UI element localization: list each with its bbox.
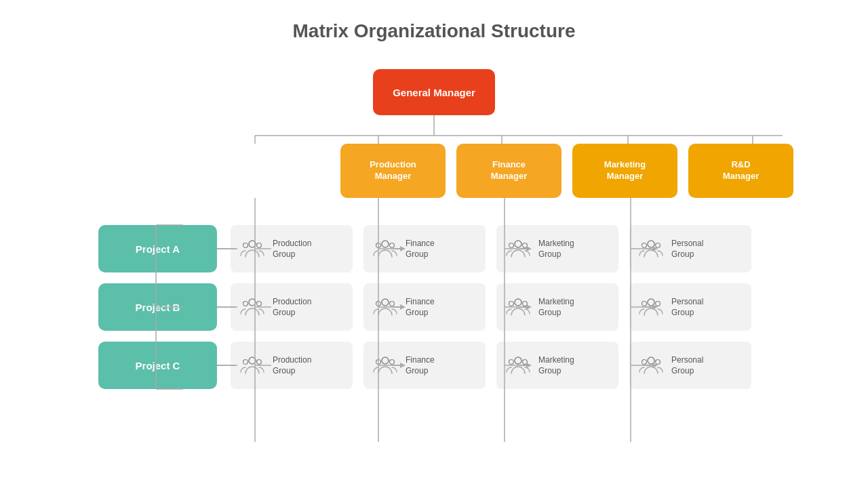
cell-a-personal: Personal Group	[629, 225, 751, 272]
svg-point-73	[249, 299, 256, 306]
svg-point-65	[376, 243, 381, 248]
grid-row-c: Production Group Finance Group	[231, 342, 793, 389]
cell-b-finance: Finance Group	[363, 283, 486, 331]
cell-c-finance: Finance Group	[363, 342, 486, 389]
group-label: Personal Group	[671, 354, 703, 376]
svg-point-95	[642, 360, 647, 365]
page-title: Matrix Organizational Structure	[293, 20, 576, 42]
svg-point-83	[642, 302, 647, 306]
svg-point-91	[515, 357, 521, 364]
svg-point-82	[648, 299, 654, 306]
svg-point-78	[390, 302, 395, 306]
group-label: Marketing Group	[538, 354, 574, 376]
group-label: Production Group	[273, 296, 311, 318]
project-c-box: Project C	[98, 342, 217, 389]
group-icon	[636, 292, 666, 322]
svg-point-88	[382, 357, 389, 364]
group-icon	[370, 350, 400, 380]
group-icon	[636, 350, 666, 380]
group-icon	[503, 350, 533, 380]
group-label: Personal Group	[671, 238, 703, 260]
projects-column: Project A Project B Project C	[98, 225, 217, 389]
svg-point-66	[390, 243, 395, 248]
page: Matrix Organizational Structure	[0, 0, 868, 488]
group-label: Finance Group	[406, 238, 435, 260]
grid-row-a: Production Group Finance Group	[231, 225, 793, 272]
svg-point-71	[642, 243, 647, 248]
finance-manager-box: Finance Manager	[456, 144, 561, 198]
cell-c-production: Production Group	[231, 342, 353, 389]
svg-point-92	[509, 360, 514, 365]
general-manager-box: General Manager	[373, 69, 495, 115]
cell-b-personal: Personal Group	[629, 283, 751, 331]
group-label: Finance Group	[406, 354, 435, 376]
group-label: Finance Group	[406, 296, 435, 318]
svg-point-74	[243, 302, 248, 306]
group-label: Production Group	[273, 238, 311, 260]
cell-b-production: Production Group	[231, 283, 353, 331]
cell-b-marketing: Marketing Group	[496, 283, 618, 331]
svg-point-86	[243, 360, 248, 365]
group-icon	[237, 234, 267, 264]
svg-point-63	[257, 243, 262, 248]
group-icon	[503, 234, 533, 264]
svg-point-76	[382, 299, 389, 306]
rd-manager-box: R&D Manager	[688, 144, 793, 198]
svg-point-64	[382, 241, 389, 247]
group-icon	[370, 234, 400, 264]
cell-a-production: Production Group	[231, 225, 353, 272]
group-icon	[503, 292, 533, 322]
group-icon	[237, 292, 267, 322]
production-manager-box: Production Manager	[340, 144, 446, 198]
svg-point-77	[376, 302, 381, 306]
svg-point-87	[257, 360, 262, 365]
svg-point-68	[509, 243, 514, 248]
svg-point-96	[656, 360, 660, 365]
cell-c-personal: Personal Group	[629, 342, 751, 389]
svg-point-81	[523, 302, 528, 306]
group-label: Personal Group	[671, 296, 703, 318]
group-icon	[370, 292, 400, 322]
svg-point-90	[390, 360, 395, 365]
svg-point-85	[249, 357, 256, 364]
svg-point-80	[509, 302, 514, 306]
svg-point-67	[515, 241, 521, 247]
svg-point-72	[656, 243, 660, 248]
cell-c-marketing: Marketing Group	[496, 342, 618, 389]
group-label: Marketing Group	[538, 238, 574, 260]
project-b-box: Project B	[98, 283, 217, 331]
svg-point-79	[515, 299, 521, 306]
svg-point-70	[648, 241, 654, 247]
svg-point-89	[376, 360, 381, 365]
svg-point-93	[523, 360, 528, 365]
svg-point-62	[243, 243, 248, 248]
svg-point-84	[656, 302, 660, 306]
svg-point-75	[257, 302, 262, 306]
chart-area: General Manager Production Manager Finan…	[61, 62, 807, 488]
group-icon	[237, 350, 267, 380]
cell-a-finance: Finance Group	[363, 225, 486, 272]
svg-point-61	[249, 241, 256, 247]
grid-rows: Production Group Finance Group	[231, 225, 793, 389]
grid-row-b: Production Group Finance Group	[231, 283, 793, 331]
project-a-box: Project A	[98, 225, 217, 272]
group-label: Production Group	[273, 354, 311, 376]
managers-row: Production Manager Finance Manager Marke…	[61, 144, 807, 198]
group-label: Marketing Group	[538, 296, 574, 318]
svg-point-94	[648, 357, 654, 364]
svg-point-69	[523, 243, 528, 248]
group-icon	[636, 234, 666, 264]
marketing-manager-box: Marketing Manager	[572, 144, 677, 198]
cell-a-marketing: Marketing Group	[496, 225, 618, 272]
